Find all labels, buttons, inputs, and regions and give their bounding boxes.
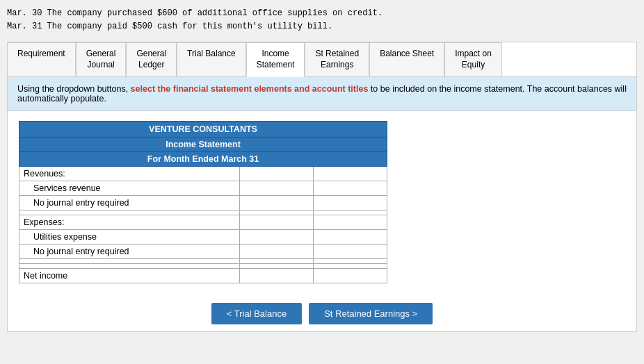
revenues-header-row: Revenues: — [19, 166, 387, 181]
tab-general-journal[interactable]: GeneralJournal — [76, 42, 127, 76]
net-income-label: Net income — [19, 268, 240, 283]
revenues-label: Revenues: — [19, 166, 240, 181]
expense-blank1-label — [19, 258, 240, 263]
company-name: VENTURE CONSULTANTS — [19, 121, 387, 137]
income-statement-table: VENTURE CONSULTANTS Income Statement For… — [19, 121, 387, 283]
forward-button[interactable]: St Retained Earnings > — [309, 303, 433, 324]
statement-title-row: Income Statement — [19, 137, 387, 151]
tab-trial-balance[interactable]: Trial Balance — [177, 42, 246, 76]
instruction-bold: select the financial statement elements … — [131, 84, 369, 94]
narrative-line-1: Mar. 30 The company purchased $600 of ad… — [7, 7, 637, 20]
statement-title: Income Statement — [19, 137, 387, 151]
tab-balance-sheet[interactable]: Balance Sheet — [369, 42, 444, 76]
period-row: For Month Ended March 31 — [19, 151, 387, 166]
table-area: VENTURE CONSULTANTS Income Statement For… — [8, 111, 636, 293]
tab-general-ledger[interactable]: GeneralLedger — [126, 42, 177, 76]
no-entry-revenue-val2[interactable] — [314, 195, 387, 210]
bottom-nav: < Trial Balance St Retained Earnings > — [8, 293, 636, 331]
main-container: Requirement GeneralJournal GeneralLedger… — [7, 42, 637, 331]
net-income-row: Net income — [19, 268, 387, 283]
expense-blank1-val1 — [240, 258, 314, 263]
expenses-col1 — [240, 215, 314, 229]
no-entry-revenue-label[interactable]: No journal entry required — [19, 195, 240, 210]
services-revenue-val2[interactable] — [314, 181, 387, 195]
expense-blank2-val2 — [314, 263, 387, 268]
expense-blank2-val1 — [240, 263, 314, 268]
revenues-col1 — [240, 166, 314, 181]
services-revenue-val1[interactable] — [240, 181, 314, 195]
instruction-text-before: Using the dropdown buttons, — [17, 84, 131, 94]
revenue-blank-val1 — [240, 210, 314, 215]
no-entry-expense-label[interactable]: No journal entry required — [19, 244, 240, 258]
expense-item-1: Utilities expense — [19, 229, 387, 244]
narrative-text: Mar. 30 The company purchased $600 of ad… — [7, 7, 637, 33]
revenue-item-1: Services revenue — [19, 181, 387, 195]
revenue-blank-val2 — [314, 210, 387, 215]
services-revenue-label[interactable]: Services revenue — [19, 181, 240, 195]
utilities-expense-val1[interactable] — [240, 229, 314, 244]
net-income-val2[interactable] — [314, 268, 387, 283]
back-button[interactable]: < Trial Balance — [211, 303, 302, 324]
expenses-col2 — [314, 215, 387, 229]
revenue-item-2: No journal entry required — [19, 195, 387, 210]
expense-blank2-label — [19, 263, 240, 268]
expenses-header-row: Expenses: — [19, 215, 387, 229]
no-entry-expense-val1[interactable] — [240, 244, 314, 258]
period-label: For Month Ended March 31 — [19, 151, 387, 166]
no-entry-expense-val2[interactable] — [314, 244, 387, 258]
tab-income-statement[interactable]: IncomeStatement — [246, 42, 305, 76]
revenue-blank-label — [19, 210, 240, 215]
tab-st-retained-earnings[interactable]: St RetainedEarnings — [305, 42, 369, 76]
expense-blank-row-2 — [19, 263, 387, 268]
utilities-expense-val2[interactable] — [314, 229, 387, 244]
tab-impact-on-equity[interactable]: Impact onEquity — [444, 42, 502, 76]
revenue-blank-row — [19, 210, 387, 215]
narrative-line-2: Mar. 31 The company paid $500 cash for t… — [7, 20, 637, 33]
expense-blank-row-1 — [19, 258, 387, 263]
tab-bar: Requirement GeneralJournal GeneralLedger… — [8, 42, 636, 76]
net-income-val1[interactable] — [240, 268, 314, 283]
expenses-label: Expenses: — [19, 215, 240, 229]
expense-blank1-val2 — [314, 258, 387, 263]
company-name-row: VENTURE CONSULTANTS — [19, 121, 387, 137]
instruction-box: Using the dropdown buttons, select the f… — [8, 77, 636, 111]
no-entry-revenue-val1[interactable] — [240, 195, 314, 210]
utilities-expense-label[interactable]: Utilities expense — [19, 229, 240, 244]
tab-requirement[interactable]: Requirement — [8, 42, 76, 76]
revenues-col2 — [314, 166, 387, 181]
expense-item-2: No journal entry required — [19, 244, 387, 258]
